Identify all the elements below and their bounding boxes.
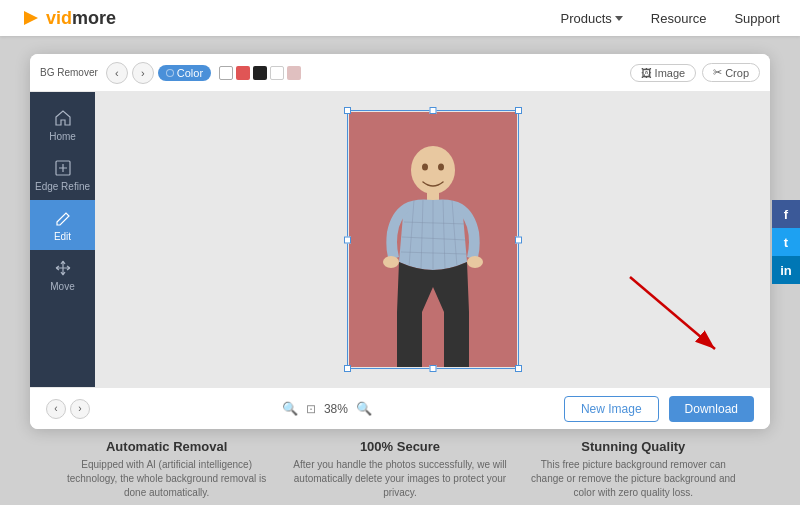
svg-rect-15 xyxy=(444,312,469,367)
toolbar-left: BG Remover ‹ › Color xyxy=(40,62,301,84)
bg-remover-label: BG Remover xyxy=(40,67,98,78)
feature-automatic: Automatic Removal Equipped with AI (arti… xyxy=(60,439,273,500)
pink-swatch[interactable] xyxy=(287,66,301,80)
zoom-in-icon[interactable]: 🔍 xyxy=(356,401,372,416)
nav-resource[interactable]: Resource xyxy=(651,11,707,26)
home-icon xyxy=(53,108,73,128)
download-button[interactable]: Download xyxy=(669,396,754,422)
color-button[interactable]: Color xyxy=(158,65,211,81)
svg-point-16 xyxy=(422,164,428,171)
header: vidmore Products Resource Support xyxy=(0,0,800,36)
svg-line-19 xyxy=(630,277,715,349)
app-window: BG Remover ‹ › Color 🖼 Image xyxy=(30,54,770,429)
logo-icon xyxy=(20,7,42,29)
zoom-value: 38% xyxy=(324,402,348,416)
zoom-actual-icon[interactable]: ⊡ xyxy=(306,402,316,416)
canvas-area xyxy=(95,92,770,387)
transparent-swatch[interactable] xyxy=(219,66,233,80)
chevron-down-icon xyxy=(615,16,623,21)
feature-quality-desc: This free picture background remover can… xyxy=(527,458,740,500)
color-circle-icon xyxy=(166,69,174,77)
content-area: Home Edge Refine xyxy=(30,92,770,387)
forward-button[interactable]: › xyxy=(132,62,154,84)
image-tab[interactable]: 🖼 Image xyxy=(630,64,697,82)
sidebar-item-home[interactable]: Home xyxy=(30,100,95,150)
logo-text: vidmore xyxy=(46,8,116,29)
feature-quality: Stunning Quality This free picture backg… xyxy=(527,439,740,500)
bottom-bar: ‹ › 🔍 ⊡ 38% 🔍 New Image Download xyxy=(30,387,770,429)
facebook-button[interactable]: f xyxy=(772,200,800,228)
move-icon xyxy=(53,258,73,278)
svg-marker-0 xyxy=(24,11,38,25)
toolbar-right: 🖼 Image ✂ Crop xyxy=(630,63,760,82)
feature-automatic-title: Automatic Removal xyxy=(60,439,273,454)
image-container[interactable] xyxy=(349,112,517,367)
new-image-button[interactable]: New Image xyxy=(564,396,659,422)
svg-point-17 xyxy=(438,164,444,171)
main-nav: Products Resource Support xyxy=(561,11,781,26)
svg-point-2 xyxy=(411,146,455,194)
action-buttons: New Image Download xyxy=(564,396,754,422)
svg-point-13 xyxy=(467,256,483,268)
sidebar-item-edit[interactable]: Edit xyxy=(30,200,95,250)
edge-refine-icon xyxy=(53,158,73,178)
social-sidebar: f t in xyxy=(772,200,800,284)
zoom-out-icon[interactable]: 🔍 xyxy=(282,401,298,416)
svg-rect-14 xyxy=(397,312,422,367)
color-swatches xyxy=(219,66,301,80)
feature-quality-title: Stunning Quality xyxy=(527,439,740,454)
feature-secure-title: 100% Secure xyxy=(293,439,506,454)
edit-icon xyxy=(53,208,73,228)
zoom-controls: 🔍 ⊡ 38% 🔍 xyxy=(282,401,372,416)
red-swatch[interactable] xyxy=(236,66,250,80)
twitter-button[interactable]: t xyxy=(772,228,800,256)
nav-products[interactable]: Products xyxy=(561,11,623,26)
image-preview xyxy=(349,112,517,367)
sidebar-item-edge-refine[interactable]: Edge Refine xyxy=(30,150,95,200)
black-swatch[interactable] xyxy=(253,66,267,80)
next-button[interactable]: › xyxy=(70,399,90,419)
sidebar: Home Edge Refine xyxy=(30,92,95,387)
arrow-annotation xyxy=(620,267,740,367)
toolbar: BG Remover ‹ › Color 🖼 Image xyxy=(30,54,770,92)
feature-automatic-desc: Equipped with AI (artificial intelligenc… xyxy=(60,458,273,500)
prev-button[interactable]: ‹ xyxy=(46,399,66,419)
feature-row: Automatic Removal Equipped with AI (arti… xyxy=(30,429,770,500)
linkedin-button[interactable]: in xyxy=(772,256,800,284)
back-button[interactable]: ‹ xyxy=(106,62,128,84)
nav-support[interactable]: Support xyxy=(734,11,780,26)
person-svg xyxy=(349,112,517,367)
nav-arrows: ‹ › xyxy=(46,399,90,419)
white-swatch[interactable] xyxy=(270,66,284,80)
svg-point-12 xyxy=(383,256,399,268)
feature-secure: 100% Secure After you handle the photos … xyxy=(293,439,506,500)
sidebar-item-move[interactable]: Move xyxy=(30,250,95,300)
logo[interactable]: vidmore xyxy=(20,7,116,29)
feature-secure-desc: After you handle the photos successfully… xyxy=(293,458,506,500)
crop-tab[interactable]: ✂ Crop xyxy=(702,63,760,82)
main-content: BG Remover ‹ › Color 🖼 Image xyxy=(0,36,800,505)
